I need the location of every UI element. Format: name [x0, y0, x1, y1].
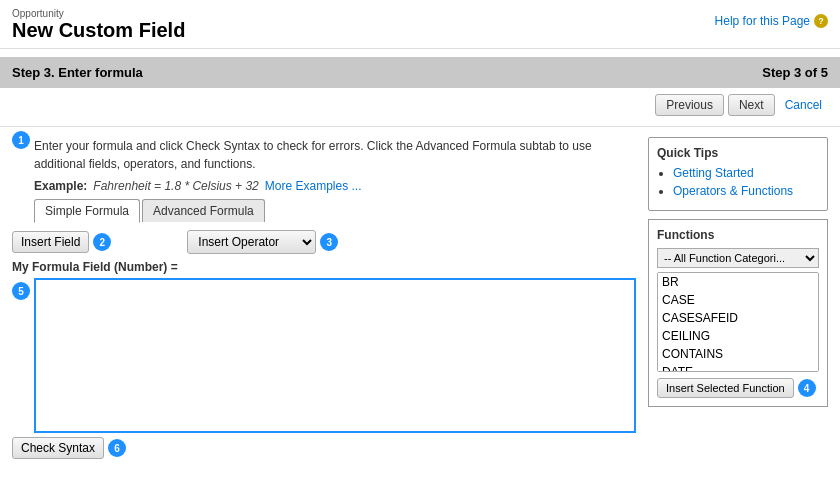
- formula-textarea[interactable]: [34, 278, 636, 433]
- main-content: 1 Enter your formula and click Check Syn…: [0, 131, 840, 459]
- page-title: New Custom Field: [12, 19, 828, 42]
- formula-label: My Formula Field (Number) =: [12, 260, 636, 274]
- function-option-br: BR: [658, 273, 818, 291]
- example-label: Example:: [34, 179, 87, 193]
- example-row: Example: Fahrenheit = 1.8 * Celsius + 32…: [34, 179, 636, 193]
- functions-list[interactable]: BR CASE CASESAFEID CEILING CONTAINS DATE: [657, 272, 819, 372]
- getting-started-link[interactable]: Getting Started: [673, 166, 754, 180]
- badge-5: 5: [12, 282, 30, 300]
- quick-tips-panel: Quick Tips Getting Started Operators & F…: [648, 137, 828, 211]
- quick-tips-title: Quick Tips: [657, 146, 819, 160]
- divider-top: [0, 126, 840, 127]
- function-option-ceiling: CEILING: [658, 327, 818, 345]
- example-value: Fahrenheit = 1.8 * Celsius + 32: [93, 179, 258, 193]
- help-link-text: Help for this Page: [715, 14, 810, 28]
- insert-operator-select[interactable]: Insert Operator + - * / =: [187, 230, 316, 254]
- insert-field-button[interactable]: Insert Field: [12, 231, 89, 253]
- operators-functions-link[interactable]: Operators & Functions: [673, 184, 793, 198]
- next-button[interactable]: Next: [728, 94, 775, 116]
- step-header: Step 3. Enter formula Step 3 of 5: [0, 57, 840, 88]
- quick-tips-item-0: Getting Started: [673, 166, 819, 180]
- left-panel: 1 Enter your formula and click Check Syn…: [12, 131, 636, 459]
- intro-text: Enter your formula and click Check Synta…: [34, 131, 636, 179]
- functions-panel: Functions -- All Function Categori... BR…: [648, 219, 828, 407]
- step-title: Step 3. Enter formula: [12, 65, 143, 80]
- tabs-row: Simple Formula Advanced Formula: [34, 199, 636, 222]
- insert-row: Insert Field 2 Insert Operator + - * / =…: [12, 230, 636, 254]
- previous-button[interactable]: Previous: [655, 94, 724, 116]
- intro-row: 1 Enter your formula and click Check Syn…: [12, 131, 636, 230]
- quick-tips-item-1: Operators & Functions: [673, 184, 819, 198]
- function-option-casesafeid: CASESAFEID: [658, 309, 818, 327]
- check-syntax-group: Check Syntax 6: [12, 437, 636, 459]
- function-option-date: DATE: [658, 363, 818, 372]
- formula-textarea-row: 5: [12, 278, 636, 433]
- badge-3: 3: [320, 233, 338, 251]
- help-icon: ?: [814, 14, 828, 28]
- quick-tips-list: Getting Started Operators & Functions: [657, 166, 819, 198]
- insert-function-row: Insert Selected Function 4: [657, 378, 819, 398]
- tab-advanced-formula[interactable]: Advanced Formula: [142, 199, 265, 222]
- function-option-case: CASE: [658, 291, 818, 309]
- help-link[interactable]: Help for this Page ?: [715, 14, 828, 28]
- nav-buttons: Previous Next Cancel: [0, 88, 840, 122]
- functions-category-select[interactable]: -- All Function Categori...: [657, 248, 819, 268]
- right-panel: Quick Tips Getting Started Operators & F…: [648, 131, 828, 459]
- tab-simple-formula[interactable]: Simple Formula: [34, 199, 140, 223]
- check-syntax-button[interactable]: Check Syntax: [12, 437, 104, 459]
- insert-operator-group: Insert Operator + - * / = 3: [187, 230, 338, 254]
- insert-field-group: Insert Field 2: [12, 231, 111, 253]
- badge-6: 6: [108, 439, 126, 457]
- functions-title: Functions: [657, 228, 819, 242]
- insert-selected-function-button[interactable]: Insert Selected Function: [657, 378, 794, 398]
- badge-4: 4: [798, 379, 816, 397]
- opportunity-label: Opportunity: [12, 8, 828, 19]
- function-option-contains: CONTAINS: [658, 345, 818, 363]
- check-syntax-row: Check Syntax 6: [12, 437, 636, 459]
- badge-1: 1: [12, 131, 30, 149]
- cancel-button[interactable]: Cancel: [779, 95, 828, 115]
- step-count: Step 3 of 5: [762, 65, 828, 80]
- more-examples-link[interactable]: More Examples ...: [265, 179, 362, 193]
- badge-2: 2: [93, 233, 111, 251]
